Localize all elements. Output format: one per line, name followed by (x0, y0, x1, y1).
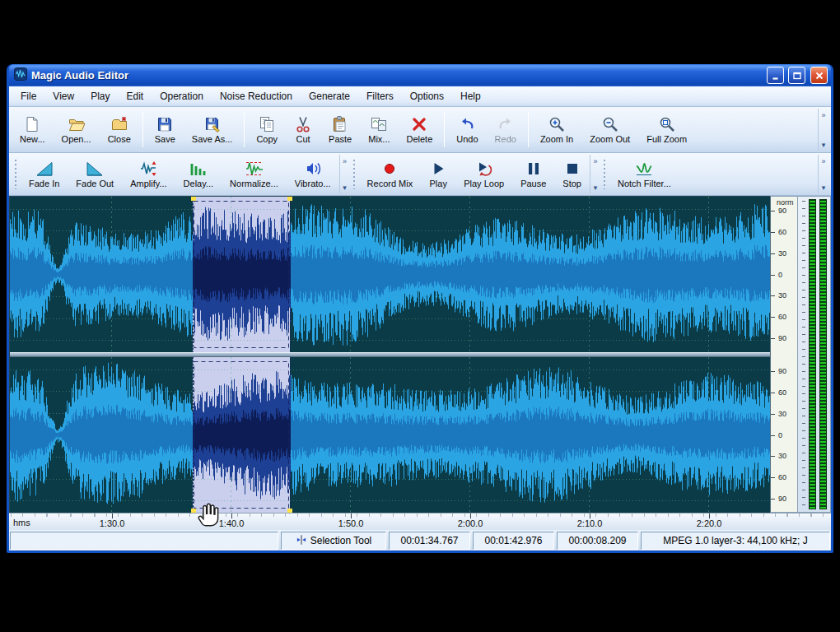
new-button[interactable]: New... (12, 109, 54, 151)
record-mix-button[interactable]: Record Mix (359, 155, 422, 193)
notch-filter-button[interactable]: Notch Filter... (609, 155, 679, 193)
waveform-channel-right[interactable] (10, 357, 770, 513)
close-button[interactable] (810, 67, 828, 84)
vibrato-icon (304, 160, 322, 178)
play-button[interactable]: Play (421, 155, 455, 193)
vibrato-button[interactable]: Vibrato... (287, 155, 339, 193)
scale-tick-mark (771, 295, 775, 296)
copy-button[interactable]: Copy (248, 109, 286, 151)
ruler-tick-mark (112, 514, 113, 518)
paste-button[interactable]: Paste (320, 109, 360, 151)
mix-button[interactable]: Mix... (360, 109, 398, 151)
toolbar-button-label: Delete (407, 134, 433, 144)
delay-button[interactable]: Delay... (175, 155, 222, 193)
scale-norm-label: norm (777, 198, 794, 207)
selection-tool-icon (296, 534, 307, 548)
scale-tick-label: 30 (778, 291, 786, 300)
full-zoom-button[interactable]: Full Zoom (638, 109, 695, 151)
redo-button[interactable]: Redo (487, 109, 525, 151)
scale-tick-mark (771, 393, 775, 393)
paste-icon (331, 115, 349, 133)
open-button[interactable]: Open... (54, 109, 100, 151)
toolbar-button-label: Full Zoom (646, 134, 687, 144)
toolbar-overflow-button[interactable]: »▾ (590, 155, 600, 193)
zoom-in-button[interactable]: Zoom In (532, 109, 581, 151)
play-loop-icon (475, 160, 493, 178)
scale-tick-label: 90 (778, 495, 786, 503)
scale-tick-label: 0 (778, 271, 782, 279)
level-meter-left (809, 199, 816, 509)
menu-item-file[interactable]: File (12, 87, 44, 105)
fade-in-button[interactable]: Fade In (21, 155, 68, 193)
window-title: Magic Audio Editor (31, 69, 763, 81)
play-loop-button[interactable]: Play Loop (455, 155, 512, 193)
new-document-icon (23, 115, 41, 133)
selection-tool-icon (296, 534, 307, 546)
menu-item-view[interactable]: View (44, 87, 82, 105)
scale-tick-label: 60 (778, 313, 786, 321)
stop-button[interactable]: Stop (554, 155, 590, 193)
toolbar-button-label: Paste (329, 134, 352, 144)
minimize-button[interactable] (767, 67, 784, 84)
menu-item-options[interactable]: Options (402, 87, 452, 105)
toolbar-gripper[interactable] (352, 159, 357, 189)
toolbar-gripper[interactable] (603, 159, 607, 189)
undo-button[interactable]: Undo (448, 109, 486, 151)
ruler-tick-label: 1:50.0 (338, 518, 364, 528)
app-window: Magic Audio Editor FileViewPlayEditOpera… (7, 64, 833, 553)
close-button[interactable]: Close (100, 109, 139, 151)
delete-button[interactable]: Delete (399, 109, 441, 151)
fade-out-button[interactable]: Fade Out (68, 155, 122, 193)
ruler-tick-mark (709, 514, 710, 518)
menu-item-filters[interactable]: Filters (358, 87, 402, 105)
selection-length-time: 00:00:08.209 (557, 532, 638, 550)
scale-tick-mark (771, 317, 775, 318)
status-bar: Selection Tool 00:01:34.767 00:01:42.976… (9, 530, 831, 551)
scale-tick-label: 60 (778, 228, 786, 236)
pause-button[interactable]: Pause (512, 155, 554, 193)
menu-item-operation[interactable]: Operation (152, 87, 212, 105)
ruler-tick-label: 2:20.0 (697, 518, 722, 528)
menu-item-generate[interactable]: Generate (301, 87, 358, 105)
normalize-icon (245, 160, 263, 178)
title-bar[interactable]: Magic Audio Editor (9, 64, 831, 86)
scale-tick-label: 90 (778, 367, 786, 375)
zoom-out-icon (601, 115, 619, 133)
selection-end-time: 00:01:42.976 (473, 532, 554, 550)
toolbar-button-label: Amplify... (130, 179, 166, 188)
zoom-out-button[interactable]: Zoom Out (581, 109, 638, 151)
amplitude-scale: norm90603003060909060300306090 (770, 196, 798, 513)
amplify-button[interactable]: Amplify... (122, 155, 175, 193)
save-as-button[interactable]: Save As... (184, 109, 241, 151)
ruler-tick-mark (231, 514, 232, 518)
menu-bar: FileViewPlayEditOperationNoise Reduction… (9, 86, 831, 107)
waveform-display[interactable] (9, 196, 770, 513)
menu-item-edit[interactable]: Edit (118, 87, 152, 105)
toolbar-overflow-button[interactable]: »▾ (818, 155, 828, 193)
maximize-button[interactable] (788, 67, 805, 84)
cut-button[interactable]: Cut (286, 109, 320, 151)
menu-item-noise-reduction[interactable]: Noise Reduction (212, 87, 301, 105)
selection-start-time: 00:01:34.767 (389, 532, 470, 550)
menu-item-help[interactable]: Help (452, 87, 489, 105)
toolbar-gripper[interactable] (14, 159, 18, 189)
redo-icon (497, 115, 515, 133)
tool-label: Selection Tool (310, 535, 372, 546)
ruler-tick-mark (470, 514, 471, 518)
toolbar-button-label: Record Mix (367, 179, 413, 188)
toolbar-button-label: Save As... (192, 134, 233, 144)
scale-tick-mark (771, 253, 775, 254)
toolbar-button-label: Notch Filter... (618, 179, 671, 188)
toolbar-button-label: Redo (495, 134, 516, 144)
menu-item-play[interactable]: Play (82, 87, 118, 105)
scale-tick-label: 90 (778, 207, 786, 215)
record-icon (380, 160, 399, 178)
normalize-button[interactable]: Normalize... (222, 155, 287, 193)
waveform-channel-left[interactable] (10, 197, 770, 352)
toolbar-overflow-button[interactable]: »▾ (818, 109, 828, 151)
save-button[interactable]: Save (147, 109, 184, 151)
toolbar-button-label: Open... (62, 134, 91, 144)
time-ruler[interactable]: hms 1:30.01:40.01:50.02:00.02:10.02:20.0 (9, 513, 831, 530)
toolbar-overflow-button[interactable]: »▾ (339, 155, 350, 193)
delete-icon (410, 115, 428, 133)
